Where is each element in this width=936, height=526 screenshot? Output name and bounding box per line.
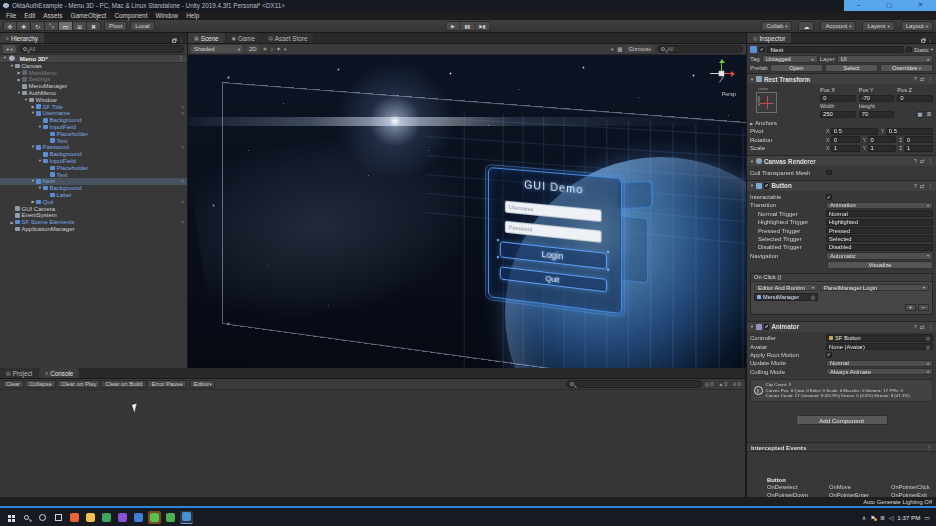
console-log-area[interactable] [0,390,745,497]
help-icon[interactable]: ? [914,183,917,189]
menu-gameobject[interactable]: GameObject [67,12,111,19]
taskbar-app-editor-active[interactable] [180,511,193,524]
hand-tool-icon[interactable]: ✥ [3,21,17,31]
button-header[interactable]: ▼ Button ?⇄⋮ [747,181,936,191]
pivot-x-field[interactable]: 0.5 [831,128,878,135]
navigation-dropdown[interactable]: Automatic [826,252,933,260]
hierarchy-item-background[interactable]: Background [0,117,187,124]
transition-dropdown[interactable]: Animation [826,202,933,210]
add-event-button[interactable]: + [905,304,916,311]
projection-label[interactable]: Persp [722,91,736,97]
hierarchy-item-password[interactable]: ▼Password> [0,144,187,151]
taskbar-app-green[interactable] [100,511,113,524]
interactable-checkbox[interactable] [826,194,832,200]
hierarchy-item-sf-scene-elements[interactable]: ▶SF Scene Elements> [0,219,187,226]
scene-search-input[interactable]: All [657,45,743,53]
object-picker-icon[interactable]: ◎ [811,294,815,300]
rotation-x-field[interactable]: 0 [831,136,860,143]
scale-y-field[interactable]: 1 [868,145,897,152]
normal-trigger-field[interactable]: Normal [826,210,933,217]
hierarchy-item-inputfield[interactable]: ▼InputField [0,124,187,131]
hierarchy-item-placeholder[interactable]: Placeholder [0,130,187,137]
kebab-menu-icon[interactable]: ⋮ [928,183,934,189]
remove-event-button[interactable]: − [918,304,929,311]
tab-asset-store[interactable]: ▤Asset Store [262,33,313,43]
auto-generate-lighting-toggle[interactable]: Auto Generate Lighting Off [863,499,932,505]
gizmos-dropdown[interactable]: Gizmos▾ [625,45,654,53]
hierarchy-item-next[interactable]: ▼Next> [0,178,187,185]
error-pause-button[interactable]: Error Pause [147,380,186,388]
scene-fx-icon[interactable]: ✦ [276,46,281,52]
kebab-menu-icon[interactable]: ⋮ [179,55,185,61]
object-picker-icon[interactable]: ◎ [926,344,930,350]
prefab-chevron-icon[interactable]: > [181,199,187,205]
scene-viewport[interactable]: GUI Demo Username Password Login Quit Pe… [188,55,746,368]
hierarchy-item-username[interactable]: ▼Username> [0,110,187,117]
taskbar-cortana-icon[interactable] [36,511,49,524]
rect-transform-header[interactable]: ▼ Rect Transform ?⇄⋮ [747,74,936,84]
tab-game[interactable]: ◉Game [226,33,262,43]
cull-transparent-mesh-checkbox[interactable] [826,170,832,176]
gameobject-name-field[interactable]: Next [767,46,905,54]
hierarchy-item-settings[interactable]: ▶Settings [0,76,187,83]
taskbar-app-unity[interactable] [148,511,161,524]
raw-edit-toggle[interactable]: R [925,111,933,118]
warning-count-toggle[interactable]: ▲0 [716,381,729,387]
static-checkbox[interactable] [906,47,912,53]
play-button[interactable]: ▶ [446,21,461,31]
maximize-button[interactable]: ▢ [886,2,892,9]
step-button[interactable]: ▶▮ [476,21,491,31]
hierarchy-item-menumanager[interactable]: MenuManager [0,83,187,90]
presets-icon[interactable]: ⇄ [920,183,925,189]
shading-mode-dropdown[interactable]: Shaded▾ [191,45,243,53]
network-icon[interactable]: ≣ [880,514,885,521]
active-checkbox[interactable] [759,47,765,53]
hierarchy-item-window[interactable]: ▼Window [0,96,187,103]
scale-z-field[interactable]: 1 [904,145,933,152]
scene-lighting-icon[interactable]: ☀ [263,46,268,52]
taskbar-start-button[interactable] [4,511,17,524]
prefab-chevron-icon[interactable]: > [181,104,187,110]
hierarchy-item-applicationmanager[interactable]: ApplicationManager [0,226,187,233]
foldout-icon[interactable]: ▼ [750,159,754,164]
width-field[interactable]: 250 [820,111,856,118]
layout-dropdown[interactable]: Layout▾ [901,21,933,31]
hierarchy-item-label[interactable]: Label [0,192,187,199]
lock-icon[interactable] [172,39,176,43]
transform-tool-icon[interactable]: ⊞ [73,21,87,31]
menu-edit[interactable]: Edit [20,12,39,19]
kebab-menu-icon[interactable]: ⋮ [927,444,933,450]
pos-x-field[interactable]: 0 [820,95,856,102]
volume-icon[interactable]: ◁ [889,514,894,521]
notification-icon[interactable]: ▭ [924,514,930,521]
help-icon[interactable]: ? [914,76,917,82]
kebab-menu-icon[interactable]: ⋮ [928,324,934,330]
presets-icon[interactable]: ⇄ [920,158,925,164]
foldout-icon[interactable]: ▼ [3,56,7,60]
canvas-renderer-header[interactable]: ▼ Canvas Renderer ?⇄⋮ [747,156,936,166]
account-dropdown[interactable]: Account▾ [820,21,856,31]
tab-inspector[interactable]: ◎Inspector [747,33,791,43]
taskbar-app-explorer[interactable] [84,511,97,524]
kebab-menu-icon[interactable]: ⋮ [928,158,934,164]
pressed-trigger-field[interactable]: Pressed [826,227,933,234]
taskbar-app-green2[interactable] [164,511,177,524]
prefab-chevron-icon[interactable]: > [181,110,187,116]
pos-z-field[interactable]: 0 [897,95,933,102]
menu-window[interactable]: Window [151,12,182,19]
chevron-down-icon[interactable]: ▾ [284,47,286,52]
hierarchy-item-gui-camera[interactable]: GUI Camera [0,205,187,212]
hierarchy-item-eventsystem[interactable]: EventSystem [0,212,187,219]
taskbar-app-purple[interactable] [116,511,129,524]
event-target-object-field[interactable]: MenuManager ◎ [754,293,818,301]
hierarchy-item-authmenu[interactable]: ▼AuthMenu [0,90,187,97]
create-object-button[interactable]: +▾ [3,45,16,53]
update-mode-dropdown[interactable]: Normal [826,360,933,368]
presets-icon[interactable]: ⇄ [920,324,925,330]
taskbar-clock[interactable]: 1:37 PM [897,514,920,521]
animator-header[interactable]: ▼ Animator ?⇄⋮ [747,322,936,332]
kebab-menu-icon[interactable]: ⋮ [179,37,185,43]
clear-button[interactable]: Clear [2,380,24,388]
local-toggle[interactable]: Local [130,21,154,31]
menu-file[interactable]: File [2,12,20,19]
